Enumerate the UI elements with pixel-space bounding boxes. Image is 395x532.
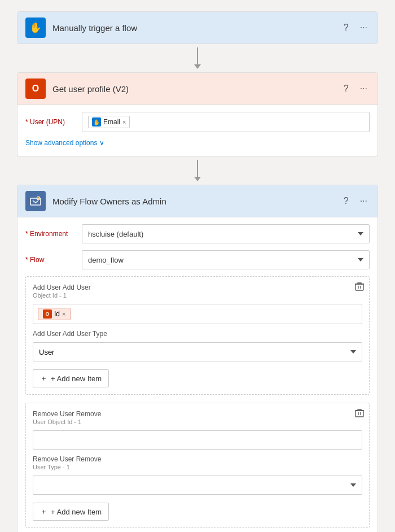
profile-card-header: O Get user profile (V2) ? ··· [17,73,378,104]
environment-chevron-icon [358,232,363,236]
arrow-head-1 [194,64,201,69]
show-advanced-label: Show advanced options [25,139,97,147]
add-user-add-item-button[interactable]: ＋ + Add new Item [33,369,109,387]
remove-user-type-container: Remove User Remove User Type - 1 [33,455,362,495]
remove-user-subtitle: User Object Id - 1 [33,418,81,425]
id-tag-label: Id [54,310,60,318]
id-tag-close[interactable]: × [62,311,65,317]
remove-add-plus-icon: ＋ [40,507,47,517]
user-upn-field-row: User (UPN) ✋ Email × [25,112,370,132]
trigger-card-header: ✋ Manually trigger a flow ? ··· [17,12,378,43]
remove-delete-icon [354,408,365,418]
remove-user-type-chevron-icon [350,483,356,487]
admin-more-button[interactable]: ··· [358,195,370,207]
user-upn-label: User (UPN) [25,118,76,126]
profile-icon: O [25,79,46,99]
add-item-plus-icon: ＋ [40,373,47,383]
id-tag-icon: O [43,309,52,319]
admin-icon [25,191,46,211]
add-user-type-select[interactable]: User [33,342,362,361]
admin-svg-icon [29,195,42,207]
remove-add-label: + Add new Item [51,508,102,516]
add-user-type-value: User [39,348,54,356]
trigger-card: ✋ Manually trigger a flow ? ··· [17,11,378,44]
remove-user-type-subtitle: User Type - 1 [33,464,70,470]
flow-value: demo_flow [88,256,124,264]
environment-value: hscluise (default) [88,230,143,238]
delete-icon [354,281,365,291]
add-user-subtitle: Object Id - 1 [33,292,67,299]
profile-card: O Get user profile (V2) ? ··· User (UPN)… [17,72,378,156]
add-user-section-title: Add User Add User Object Id - 1 [33,284,362,299]
flow-label: Flow [25,256,76,264]
flow-chevron-icon [358,258,363,261]
remove-user-section: Remove User Remove User Object Id - 1 [25,403,370,528]
trigger-title: Manually trigger a flow [52,23,341,33]
show-advanced-chevron: ∨ [99,139,104,147]
user-upn-input[interactable]: ✋ Email × [82,112,370,132]
flow-field-row: Flow demo_flow [25,250,370,269]
trigger-help-button[interactable]: ? [341,21,351,34]
arrow-line-2 [197,160,198,177]
trigger-actions: ? ··· [341,21,370,34]
add-user-type-label: Add User Add User Type [33,330,362,338]
profile-help-button[interactable]: ? [341,82,351,95]
remove-user-delete-button[interactable] [354,408,365,420]
arrow-2 [194,156,201,185]
arrow-1 [194,44,201,72]
flow-select[interactable]: demo_flow [82,250,370,269]
environment-label: Environment [25,230,76,238]
add-item-label: + Add new Item [51,374,102,383]
email-tag: ✋ Email × [88,116,130,128]
environment-field-row: Environment hscluise (default) [25,224,370,243]
flow-canvas: ✋ Manually trigger a flow ? ··· O Get us… [17,11,378,532]
profile-more-button[interactable]: ··· [358,82,370,95]
arrow-head-2 [194,177,201,181]
email-tag-close[interactable]: × [122,119,126,125]
admin-title: Modify Flow Owners as Admin [52,197,341,206]
profile-card-body: User (UPN) ✋ Email × Show advanced optio… [17,104,378,156]
email-tag-label: Email [103,118,120,126]
remove-user-id-input[interactable] [33,430,362,450]
trigger-icon: ✋ [25,18,46,38]
add-user-type-chevron-icon [350,350,356,354]
add-user-id-input[interactable]: O Id × [33,304,362,324]
add-user-section: Add User Add User Object Id - 1 [25,276,370,395]
admin-help-button[interactable]: ? [341,195,351,207]
email-tag-icon: ✋ [92,117,101,127]
id-tag: O Id × [38,308,71,320]
svg-rect-2 [356,284,363,290]
admin-card: Modify Flow Owners as Admin ? ··· Enviro… [17,185,378,532]
admin-card-header: Modify Flow Owners as Admin ? ··· [17,185,378,217]
office-logo: O [32,84,39,94]
show-advanced-button[interactable]: Show advanced options ∨ [25,139,104,147]
admin-actions: ? ··· [341,195,370,207]
remove-user-section-title: Remove User Remove User Object Id - 1 [33,410,362,426]
arrow-line-1 [197,47,198,64]
profile-actions: ? ··· [341,82,370,95]
remove-user-type-select[interactable] [33,476,362,495]
admin-card-body: Environment hscluise (default) Flow demo… [17,217,378,532]
add-user-type-container: Add User Add User Type User [33,330,362,361]
remove-user-type-label: Remove User Remove User Type - 1 [33,455,362,471]
remove-user-add-item-button[interactable]: ＋ + Add new Item [33,503,109,521]
environment-select[interactable]: hscluise (default) [82,224,370,243]
svg-rect-6 [356,411,363,417]
profile-title: Get user profile (V2) [52,84,341,94]
trigger-more-button[interactable]: ··· [358,21,370,34]
add-user-delete-button[interactable] [354,281,365,294]
